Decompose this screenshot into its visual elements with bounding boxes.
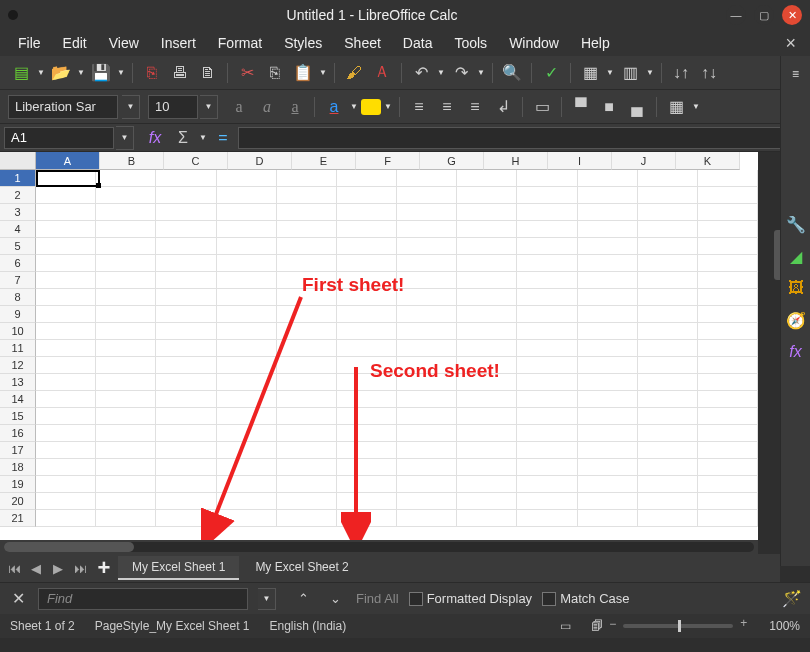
- cell[interactable]: [517, 204, 577, 221]
- column-header[interactable]: K: [676, 152, 740, 170]
- cell[interactable]: [337, 340, 397, 357]
- cell[interactable]: [578, 374, 638, 391]
- align-right-icon[interactable]: ≡: [462, 94, 488, 120]
- spreadsheet-grid[interactable]: 1 2 3 4 5 6 7 8 9 10 11 12 13 14 15 16 1…: [0, 152, 758, 540]
- cell[interactable]: [217, 238, 277, 255]
- scrollbar-thumb[interactable]: [4, 542, 134, 552]
- row-header[interactable]: 3: [0, 204, 36, 221]
- cell[interactable]: [457, 493, 517, 510]
- cell[interactable]: [36, 306, 96, 323]
- cell[interactable]: [156, 476, 216, 493]
- cell[interactable]: [277, 493, 337, 510]
- row-header[interactable]: 16: [0, 425, 36, 442]
- close-findbar-icon[interactable]: ✕: [8, 589, 28, 608]
- cell[interactable]: [36, 238, 96, 255]
- cell[interactable]: [578, 255, 638, 272]
- cell[interactable]: [277, 442, 337, 459]
- cell[interactable]: [96, 459, 156, 476]
- window-maximize-button[interactable]: ▢: [754, 5, 774, 25]
- redo-icon[interactable]: ↷: [448, 60, 474, 86]
- cell[interactable]: [517, 476, 577, 493]
- cell[interactable]: [517, 187, 577, 204]
- cell[interactable]: [698, 340, 758, 357]
- sidebar-settings-icon[interactable]: ≡: [784, 62, 808, 86]
- cell[interactable]: [517, 221, 577, 238]
- cell[interactable]: [96, 323, 156, 340]
- clone-format-icon[interactable]: 🖌: [341, 60, 367, 86]
- cell[interactable]: [337, 187, 397, 204]
- cell[interactable]: [337, 272, 397, 289]
- sheet-tab-1[interactable]: My Excel Sheet 1: [118, 556, 239, 580]
- find-options-icon[interactable]: 🪄: [782, 589, 802, 608]
- cell[interactable]: [277, 238, 337, 255]
- cell[interactable]: [96, 510, 156, 527]
- cell[interactable]: [457, 425, 517, 442]
- row-dropdown[interactable]: ▼: [605, 68, 615, 77]
- cell[interactable]: [96, 238, 156, 255]
- cell[interactable]: [578, 391, 638, 408]
- cell[interactable]: [277, 357, 337, 374]
- cell[interactable]: [578, 493, 638, 510]
- cell[interactable]: [277, 323, 337, 340]
- cell[interactable]: [156, 408, 216, 425]
- row-header[interactable]: 21: [0, 510, 36, 527]
- cell[interactable]: [36, 289, 96, 306]
- new-icon[interactable]: ▤: [8, 60, 34, 86]
- cell[interactable]: [36, 459, 96, 476]
- new-dropdown[interactable]: ▼: [36, 68, 46, 77]
- match-case-checkbox[interactable]: Match Case: [542, 591, 629, 606]
- cell[interactable]: [36, 408, 96, 425]
- cell[interactable]: [156, 391, 216, 408]
- formula-equals-icon[interactable]: =: [210, 125, 236, 151]
- cell[interactable]: [517, 459, 577, 476]
- cell[interactable]: [457, 357, 517, 374]
- cell[interactable]: [96, 374, 156, 391]
- cell[interactable]: [36, 357, 96, 374]
- clear-format-icon[interactable]: Ａ: [369, 60, 395, 86]
- cell[interactable]: [638, 238, 698, 255]
- cell[interactable]: [217, 459, 277, 476]
- cell[interactable]: [36, 272, 96, 289]
- cell[interactable]: [638, 510, 698, 527]
- sort-desc-icon[interactable]: ↑↓: [696, 60, 722, 86]
- cell[interactable]: [397, 391, 457, 408]
- cell[interactable]: [36, 425, 96, 442]
- font-name-dropdown[interactable]: ▼: [122, 95, 140, 119]
- cell[interactable]: [578, 442, 638, 459]
- navigator-panel-icon[interactable]: 🧭: [784, 308, 808, 332]
- align-left-icon[interactable]: ≡: [406, 94, 432, 120]
- font-color-dropdown[interactable]: ▼: [349, 102, 359, 111]
- cell[interactable]: [277, 408, 337, 425]
- cell[interactable]: [36, 255, 96, 272]
- cell[interactable]: [337, 510, 397, 527]
- cell[interactable]: [36, 323, 96, 340]
- cell[interactable]: [277, 221, 337, 238]
- menu-view[interactable]: View: [99, 32, 149, 54]
- cell[interactable]: [397, 272, 457, 289]
- cell[interactable]: [578, 170, 638, 187]
- cell[interactable]: [638, 272, 698, 289]
- row-header[interactable]: 7: [0, 272, 36, 289]
- cell[interactable]: [337, 374, 397, 391]
- cell[interactable]: [277, 425, 337, 442]
- row-header[interactable]: 14: [0, 391, 36, 408]
- find-prev-icon[interactable]: ⌃: [292, 588, 314, 610]
- sum-icon[interactable]: Σ: [170, 125, 196, 151]
- cell[interactable]: [578, 204, 638, 221]
- cell[interactable]: [578, 340, 638, 357]
- font-name-input[interactable]: Liberation Sar: [8, 95, 118, 119]
- cell[interactable]: [517, 510, 577, 527]
- paste-icon[interactable]: 📋: [290, 60, 316, 86]
- column-header[interactable]: H: [484, 152, 548, 170]
- cell[interactable]: [156, 272, 216, 289]
- cell[interactable]: [36, 493, 96, 510]
- column-header[interactable]: F: [356, 152, 420, 170]
- function-wizard-icon[interactable]: fx: [142, 125, 168, 151]
- cell[interactable]: [277, 510, 337, 527]
- cell[interactable]: [457, 306, 517, 323]
- cell[interactable]: [277, 340, 337, 357]
- export-pdf-icon[interactable]: ⎘: [139, 60, 165, 86]
- row-header[interactable]: 13: [0, 374, 36, 391]
- row-header[interactable]: 19: [0, 476, 36, 493]
- cell[interactable]: [217, 340, 277, 357]
